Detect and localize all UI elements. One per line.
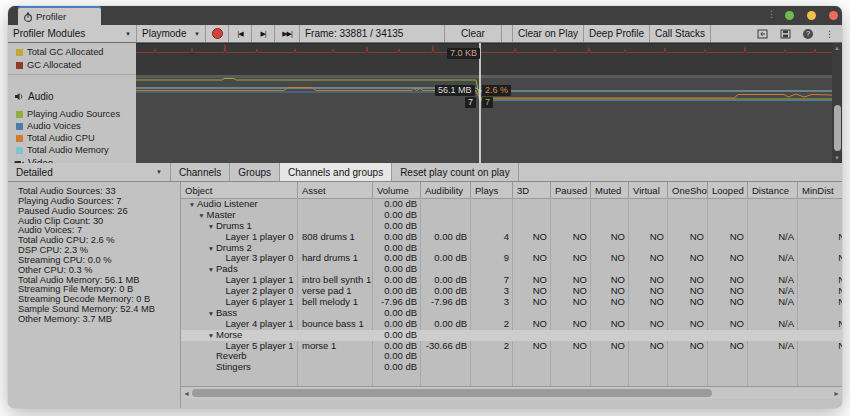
table-horizontal-scrollbar[interactable]: ◄ ► bbox=[181, 386, 842, 399]
video-module-header[interactable]: Video bbox=[14, 158, 53, 163]
chart-scrollbar-thumb[interactable] bbox=[834, 105, 841, 151]
table-scrollbar-thumb[interactable] bbox=[192, 389, 712, 397]
table-row[interactable]: ▼Drums 20.00 dB bbox=[181, 243, 842, 254]
table-row[interactable]: Layer 4 player 1bounce bass 10.00 dB0.00… bbox=[181, 319, 842, 330]
legend-swatch bbox=[16, 62, 23, 69]
table-row[interactable]: ▼Drums 10.00 dB bbox=[181, 221, 842, 232]
audio-legend-item[interactable]: Total Audio CPU bbox=[16, 133, 95, 143]
detail-tab-channels-and-groups[interactable]: Channels and groups bbox=[280, 163, 392, 181]
cell-object[interactable]: Layer 1 player 1 bbox=[181, 275, 298, 286]
help-button[interactable]: ? bbox=[797, 25, 819, 42]
table-row[interactable]: Stingers0.00 dB bbox=[181, 362, 842, 373]
cell-object[interactable]: ▼Audio Listener bbox=[181, 199, 298, 210]
load-profile-button[interactable] bbox=[751, 25, 774, 42]
window-close-button[interactable] bbox=[829, 11, 838, 20]
cell-object[interactable]: Layer 1 player 0 bbox=[181, 232, 298, 243]
window-maximize-button[interactable] bbox=[785, 11, 794, 20]
cell-object[interactable]: ▼Bass bbox=[181, 308, 298, 319]
column-header-object[interactable]: Object bbox=[181, 182, 298, 198]
column-header-mindist[interactable]: MinDist bbox=[798, 182, 842, 198]
scroll-right-icon[interactable]: ► bbox=[833, 389, 840, 398]
detail-tab-reset-play-count-on-play[interactable]: Reset play count on play bbox=[392, 163, 519, 181]
cell-distance: N/A bbox=[748, 341, 798, 352]
record-button[interactable] bbox=[206, 25, 229, 42]
cell-plays: 9 bbox=[471, 253, 513, 264]
table-row[interactable]: ▼Audio Listener0.00 dB bbox=[181, 199, 842, 210]
foldout-triangle-icon[interactable]: ▼ bbox=[206, 309, 216, 319]
column-header-oneshot[interactable]: OneShot bbox=[668, 182, 708, 198]
cell-paused bbox=[551, 362, 591, 373]
cell-object[interactable]: ▼Pads bbox=[181, 264, 298, 275]
cell-object[interactable]: ▼Drums 2 bbox=[181, 243, 298, 254]
deep-profile-toggle[interactable]: Deep Profile bbox=[584, 25, 650, 42]
detail-tab-groups[interactable]: Groups bbox=[230, 163, 280, 181]
cell-distance bbox=[748, 243, 798, 254]
table-row[interactable]: Layer 1 player 0808 drums 10.00 dB0.00 d… bbox=[181, 232, 842, 243]
column-header-looped[interactable]: Looped bbox=[708, 182, 748, 198]
cell-object[interactable]: Layer 3 player 0 bbox=[181, 253, 298, 264]
foldout-triangle-icon[interactable]: ▼ bbox=[197, 211, 207, 221]
cell-object[interactable]: Stingers bbox=[181, 362, 298, 373]
titlebar-menu-icon[interactable]: ⋮ bbox=[767, 9, 776, 19]
context-menu-button[interactable]: ⋮ bbox=[819, 25, 842, 42]
memory-legend-item[interactable]: GC Allocated bbox=[16, 60, 81, 70]
cell-object[interactable]: Layer 5 player 1 bbox=[181, 341, 298, 352]
foldout-triangle-icon[interactable]: ▼ bbox=[187, 200, 197, 210]
table-row[interactable]: ▼Bass0.00 dB bbox=[181, 308, 842, 319]
audio-legend-item[interactable]: Playing Audio Sources bbox=[16, 109, 120, 119]
cell-object[interactable]: ▼Master bbox=[181, 210, 298, 221]
column-header-volume[interactable]: Volume bbox=[373, 182, 421, 198]
column-header-audibility[interactable]: Audibility bbox=[421, 182, 471, 198]
profiler-modules-dropdown[interactable]: Profiler Modules ▼ bbox=[8, 25, 137, 42]
cell-object[interactable]: Layer 6 player 1 bbox=[181, 297, 298, 308]
table-row[interactable]: Layer 2 player 0verse pad 10.00 dB0.00 d… bbox=[181, 286, 842, 297]
cell-object[interactable]: Reverb bbox=[181, 351, 298, 362]
scroll-down-icon[interactable]: ▼ bbox=[833, 155, 841, 161]
clear-on-play-toggle[interactable]: Clear on Play bbox=[513, 25, 584, 42]
scroll-up-icon[interactable]: ▲ bbox=[833, 45, 841, 51]
detail-tab-channels[interactable]: Channels bbox=[171, 163, 230, 181]
memory-legend-item[interactable]: Total GC Allocated bbox=[16, 47, 103, 57]
chart-vertical-scrollbar[interactable]: ▲ ▼ bbox=[832, 43, 842, 163]
tab-profiler[interactable]: Profiler bbox=[18, 6, 101, 25]
foldout-triangle-icon[interactable]: ▼ bbox=[206, 244, 216, 254]
table-row[interactable]: Layer 6 player 1bell melody 1-7.96 dB-7.… bbox=[181, 297, 842, 308]
object-name: Layer 2 player 0 bbox=[226, 286, 294, 296]
column-header-virtual[interactable]: Virtual bbox=[629, 182, 668, 198]
audio-legend-item[interactable]: Audio Voices bbox=[16, 121, 81, 131]
call-stacks-dropdown[interactable]: Call Stacks bbox=[650, 25, 711, 42]
cell-asset: hard drums 1 bbox=[298, 253, 373, 264]
column-header-muted[interactable]: Muted bbox=[591, 182, 629, 198]
save-profile-button[interactable] bbox=[774, 25, 797, 42]
column-header-3d[interactable]: 3D bbox=[513, 182, 551, 198]
table-row[interactable]: Layer 3 player 0hard drums 10.00 dB0.00 … bbox=[181, 253, 842, 264]
table-row[interactable]: Layer 1 player 1intro bell synth 10.00 d… bbox=[181, 275, 842, 286]
cell-object[interactable]: Layer 4 player 1 bbox=[181, 319, 298, 330]
table-row[interactable]: ▼Master0.00 dB bbox=[181, 210, 842, 221]
audio-legend-item[interactable]: Total Audio Memory bbox=[16, 145, 109, 155]
cell-object[interactable]: ▼Morse bbox=[181, 330, 298, 341]
table-row[interactable]: ▼Pads0.00 dB bbox=[181, 264, 842, 275]
clear-button[interactable]: Clear bbox=[445, 25, 502, 42]
next-frame-button[interactable]: ▶| bbox=[252, 25, 275, 42]
table-row[interactable]: ▼Morse0.00 dB bbox=[181, 330, 842, 341]
window-minimize-button[interactable] bbox=[807, 11, 816, 20]
last-frame-button[interactable]: ▶▶| bbox=[275, 25, 300, 42]
column-header-paused[interactable]: Paused bbox=[551, 182, 591, 198]
table-row[interactable]: Layer 5 player 1morse 10.00 dB-30.66 dB2… bbox=[181, 341, 842, 352]
audio-module-header[interactable]: Audio bbox=[14, 91, 54, 102]
foldout-triangle-icon[interactable]: ▼ bbox=[206, 222, 216, 232]
detailed-view-dropdown[interactable]: Detailed ▼ bbox=[8, 163, 171, 181]
playmode-dropdown[interactable]: Playmode ▼ bbox=[137, 25, 206, 42]
foldout-triangle-icon[interactable]: ▼ bbox=[206, 331, 216, 341]
column-header-plays[interactable]: Plays bbox=[471, 182, 513, 198]
cell-object[interactable]: ▼Drums 1 bbox=[181, 221, 298, 232]
column-header-asset[interactable]: Asset bbox=[298, 182, 373, 198]
foldout-triangle-icon[interactable]: ▼ bbox=[206, 265, 216, 275]
column-header-distance[interactable]: Distance bbox=[748, 182, 798, 198]
cell-object[interactable]: Layer 2 player 0 bbox=[181, 286, 298, 297]
scroll-left-icon[interactable]: ◄ bbox=[183, 389, 190, 398]
previous-frame-button[interactable]: |◀ bbox=[229, 25, 252, 42]
table-row[interactable]: Reverb0.00 dB bbox=[181, 351, 842, 362]
cell-audibility: -7.96 dB bbox=[421, 297, 471, 308]
